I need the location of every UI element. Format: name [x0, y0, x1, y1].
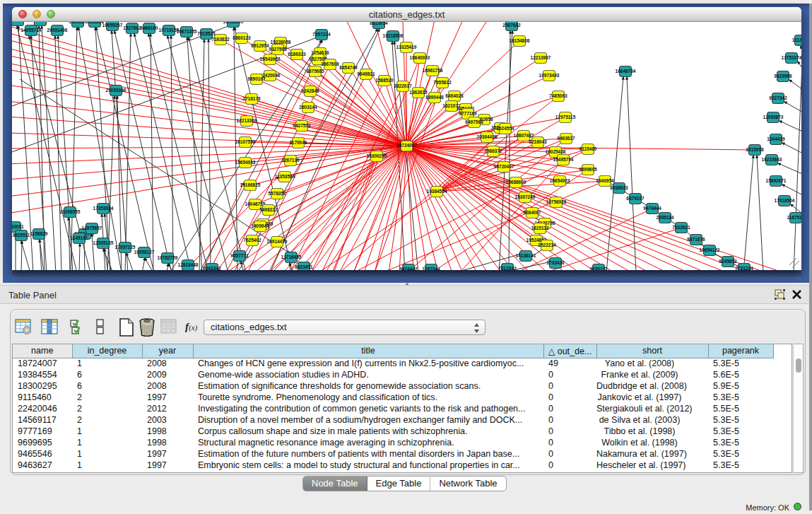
- svg-text:9235112: 9235112: [590, 267, 608, 271]
- svg-text:1167533: 1167533: [787, 215, 801, 220]
- svg-text:13975857: 13975857: [82, 226, 102, 230]
- svg-text:18724007: 18724007: [396, 143, 417, 148]
- svg-text:3675685: 3675685: [306, 69, 324, 74]
- svg-text:20091406: 20091406: [47, 28, 68, 33]
- svg-text:1244419: 1244419: [767, 136, 785, 141]
- svg-text:9474444: 9474444: [643, 206, 661, 211]
- svg-text:2087682: 2087682: [502, 23, 521, 28]
- svg-text:13716485: 13716485: [281, 255, 302, 259]
- svg-text:8454749: 8454749: [339, 65, 358, 70]
- svg-text:7485063: 7485063: [549, 93, 567, 98]
- svg-text:10654122: 10654122: [700, 247, 720, 252]
- svg-text:14055714: 14055714: [21, 28, 42, 33]
- svg-text:11353594: 11353594: [275, 174, 295, 179]
- svg-text:9329966: 9329966: [774, 74, 792, 78]
- svg-text:7163822: 7163822: [211, 37, 230, 42]
- svg-text:7357224: 7357224: [312, 32, 331, 37]
- svg-text:8186323: 8186323: [288, 52, 306, 57]
- svg-text:13751074: 13751074: [782, 55, 801, 60]
- svg-text:7731234: 7731234: [735, 266, 753, 271]
- svg-text:9474442: 9474442: [399, 267, 418, 271]
- svg-text:17016504: 17016504: [775, 198, 795, 203]
- svg-text:7955812: 7955812: [433, 80, 452, 85]
- svg-text:2867608: 2867608: [321, 62, 339, 66]
- svg-text:16033809: 16033809: [223, 22, 244, 24]
- svg-text:19218506: 19218506: [383, 33, 404, 38]
- svg-text:9227342: 9227342: [769, 95, 787, 100]
- svg-text:13325419: 13325419: [396, 45, 417, 49]
- svg-text:10025438: 10025438: [546, 149, 566, 154]
- svg-text:16107553: 16107553: [235, 139, 256, 144]
- svg-text:5578352: 5578352: [268, 191, 286, 196]
- svg-text:9457771: 9457771: [230, 253, 249, 258]
- svg-text:3822037: 3822037: [394, 83, 412, 88]
- svg-text:2935114: 2935114: [657, 215, 674, 220]
- svg-text:18307249: 18307249: [515, 194, 536, 199]
- svg-text:8912954: 8912954: [251, 43, 269, 48]
- svg-text:12823448: 12823448: [178, 262, 199, 267]
- svg-text:1640954: 1640954: [596, 178, 614, 183]
- svg-text:6216043: 6216043: [529, 139, 547, 144]
- svg-text:9245652: 9245652: [719, 259, 737, 264]
- svg-text:10807487: 10807487: [514, 133, 534, 138]
- svg-text:1282344: 1282344: [422, 267, 440, 271]
- svg-text:16671355: 16671355: [177, 29, 197, 34]
- svg-text:8990448: 8990448: [425, 95, 444, 100]
- svg-text:16648784: 16648784: [616, 69, 636, 74]
- svg-text:10655267: 10655267: [102, 23, 123, 28]
- svg-text:9135467: 9135467: [31, 22, 49, 23]
- svg-text:16961758: 16961758: [423, 68, 443, 73]
- svg-text:6497568: 6497568: [465, 119, 483, 124]
- svg-text:1615112: 1615112: [531, 226, 549, 230]
- svg-text:7612342: 7612342: [498, 266, 517, 271]
- svg-text:2718176: 2718176: [242, 96, 261, 101]
- svg-text:16543962: 16543962: [260, 57, 281, 62]
- svg-text:1527602: 1527602: [123, 25, 141, 30]
- svg-text:2522214: 2522214: [538, 243, 556, 247]
- svg-text:1145191: 1145191: [71, 235, 88, 240]
- svg-text:9242342: 9242342: [203, 266, 221, 271]
- svg-text:17957225: 17957225: [115, 245, 136, 250]
- svg-text:1112456: 1112456: [792, 37, 801, 42]
- svg-text:8423451: 8423451: [295, 264, 313, 269]
- svg-text:2603144: 2603144: [299, 105, 317, 110]
- svg-text:15226058: 15226058: [271, 40, 291, 45]
- svg-text:12213369: 12213369: [237, 118, 257, 123]
- svg-text:8427552: 8427552: [293, 123, 311, 128]
- svg-text:16154808: 16154808: [510, 38, 530, 43]
- svg-text:8938923: 8938923: [610, 185, 628, 190]
- svg-text:8471676: 8471676: [687, 237, 705, 242]
- svg-text:18640910: 18640910: [410, 55, 430, 60]
- svg-text:9699695: 9699695: [579, 167, 597, 172]
- svg-text:8224562: 8224562: [12, 22, 27, 23]
- svg-text:3915511: 3915511: [13, 233, 30, 238]
- svg-text:7533001: 7533001: [12, 224, 24, 229]
- svg-text:5498222: 5498222: [259, 207, 278, 212]
- svg-text:9115460: 9115460: [579, 146, 597, 151]
- svg-text:15720407: 15720407: [494, 164, 514, 169]
- svg-text:20206555: 20206555: [60, 209, 81, 214]
- svg-text:6466160: 6466160: [140, 25, 158, 30]
- svg-text:7632621: 7632621: [672, 225, 690, 230]
- svg-text:10756928: 10756928: [546, 199, 567, 204]
- svg-text:19166825: 19166825: [240, 182, 261, 187]
- svg-text:7515525: 7515525: [197, 31, 216, 36]
- svg-text:9463627: 9463627: [557, 136, 575, 141]
- svg-text:16046755: 16046755: [245, 201, 266, 206]
- svg-text:20364436: 20364436: [477, 134, 498, 139]
- svg-text:1170046: 1170046: [290, 140, 307, 145]
- svg-text:9242848: 9242848: [301, 88, 319, 93]
- svg-text:6379197: 6379197: [626, 196, 645, 201]
- svg-text:1362615: 1362615: [409, 90, 428, 95]
- svg-text:8860123: 8860123: [233, 35, 251, 40]
- svg-text:8813054: 8813054: [370, 22, 388, 25]
- svg-text:16210643: 16210643: [762, 157, 782, 162]
- svg-text:10688609: 10688609: [506, 180, 526, 185]
- svg-text:12093873: 12093873: [763, 115, 784, 119]
- svg-text:3215958: 3215958: [746, 147, 764, 152]
- svg-text:16914479: 16914479: [267, 239, 288, 244]
- svg-text:9890167: 9890167: [247, 76, 266, 81]
- svg-text:10958127: 10958127: [134, 250, 155, 255]
- svg-text:9777169: 9777169: [459, 111, 477, 116]
- svg-text:12505135: 12505135: [93, 240, 114, 245]
